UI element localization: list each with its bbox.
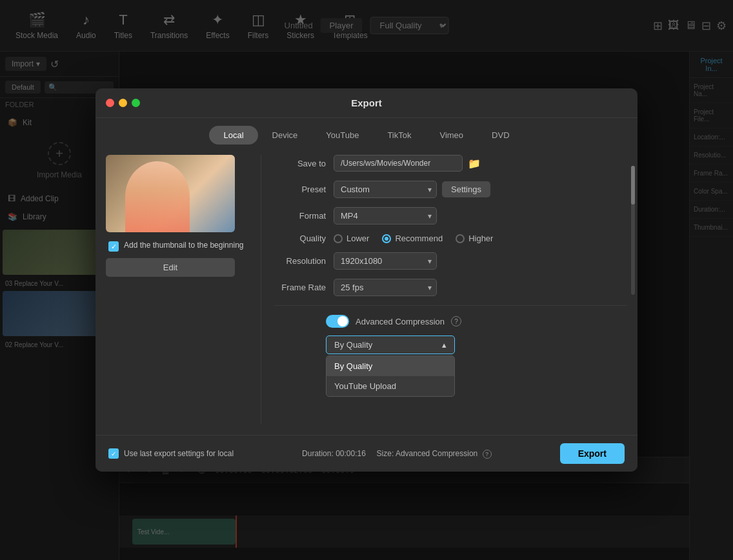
- tab-dvd[interactable]: DVD: [477, 126, 523, 145]
- last-settings-label: Use last export settings for local: [124, 449, 234, 458]
- modal-tabs: Local Device YouTube TikTok Vimeo DVD: [95, 118, 638, 145]
- frame-rate-value: 25 fps: [334, 279, 627, 296]
- footer-left: Use last export settings for local: [108, 448, 234, 459]
- preset-value: Custom Settings: [334, 181, 627, 198]
- quality-row: Quality Lower Recommend Higher: [274, 234, 627, 243]
- quality-lower-radio: [334, 234, 343, 243]
- tab-device[interactable]: Device: [258, 126, 312, 145]
- modal-scrollbar[interactable]: [631, 166, 635, 295]
- size-help-icon[interactable]: ?: [483, 450, 492, 459]
- footer-duration: Duration: 00:00:16 Size: Advanced Compre…: [302, 449, 492, 459]
- quality-lower[interactable]: Lower: [334, 234, 369, 243]
- modal-header: Export: [95, 88, 638, 118]
- frame-rate-select[interactable]: 25 fps: [334, 279, 437, 296]
- save-to-value: 📁: [334, 155, 627, 172]
- preview-thumbnail: [106, 155, 235, 232]
- compression-dropdown-wrapper: By Quality ▴ By Quality YouTube Upload: [274, 335, 627, 354]
- modal-body: Add the thumbnail to the beginning Edit …: [95, 145, 638, 435]
- compression-option-by-quality[interactable]: By Quality: [326, 356, 454, 376]
- window-controls: [106, 99, 140, 107]
- compression-dropdown-button[interactable]: By Quality ▴: [326, 335, 455, 354]
- quality-recommend[interactable]: Recommend: [382, 234, 443, 243]
- format-select[interactable]: MP4: [334, 207, 437, 225]
- toggle-knob: [337, 316, 348, 326]
- tab-tiktok[interactable]: TikTok: [373, 126, 425, 145]
- quality-higher-radio: [456, 234, 465, 243]
- thumbnail-checkbox-label: Add the thumbnail to the beginning: [124, 240, 243, 251]
- minimize-button[interactable]: [119, 99, 127, 107]
- tab-local[interactable]: Local: [209, 126, 257, 145]
- advanced-compression-help[interactable]: ?: [451, 316, 461, 326]
- quality-higher[interactable]: Higher: [456, 234, 493, 243]
- resolution-value: 1920x1080: [334, 252, 627, 270]
- thumbnail-checkbox[interactable]: [108, 241, 119, 252]
- modal-footer: Use last export settings for local Durat…: [95, 435, 638, 472]
- compression-option-youtube[interactable]: YouTube Upload: [326, 376, 454, 396]
- close-button[interactable]: [106, 99, 114, 107]
- preset-select[interactable]: Custom: [334, 181, 437, 198]
- thumbnail-checkbox-row: Add the thumbnail to the beginning: [106, 240, 248, 252]
- tab-youtube[interactable]: YouTube: [312, 126, 373, 145]
- save-path-input[interactable]: [334, 155, 463, 172]
- export-button[interactable]: Export: [560, 443, 625, 464]
- format-label: Format: [274, 211, 326, 221]
- quality-recommend-radio: [382, 234, 391, 243]
- advanced-compression-toggle[interactable]: [326, 315, 349, 328]
- tab-vimeo[interactable]: Vimeo: [425, 126, 477, 145]
- folder-browse-icon[interactable]: 📁: [468, 157, 481, 170]
- preview-person: [125, 161, 190, 232]
- format-value: MP4: [334, 207, 627, 225]
- export-settings: Save to 📁 Preset Custom: [274, 155, 627, 425]
- compression-chevron-icon: ▴: [442, 340, 447, 350]
- scroll-thumb: [631, 166, 635, 205]
- frame-rate-row: Frame Rate 25 fps: [274, 279, 627, 296]
- save-to-label: Save to: [274, 159, 326, 168]
- format-row: Format MP4: [274, 207, 627, 225]
- export-modal: Export Local Device YouTube TikTok Vimeo…: [95, 88, 638, 472]
- preset-select-wrapper: Custom: [334, 181, 437, 198]
- preset-row: Preset Custom Settings: [274, 181, 627, 198]
- quality-label: Quality: [274, 234, 326, 243]
- preset-label: Preset: [274, 185, 326, 194]
- quality-options: Lower Recommend Higher: [334, 234, 627, 243]
- vertical-divider: [261, 155, 261, 425]
- resolution-label: Resolution: [274, 256, 326, 266]
- resolution-row: Resolution 1920x1080: [274, 252, 627, 270]
- resolution-select-wrapper: 1920x1080: [334, 252, 437, 270]
- modal-title: Export: [351, 97, 382, 108]
- advanced-compression-row: Advanced Compression ?: [274, 315, 627, 328]
- settings-button[interactable]: Settings: [442, 181, 490, 197]
- save-to-row: Save to 📁: [274, 155, 627, 172]
- maximize-button[interactable]: [132, 99, 140, 107]
- frame-rate-label: Frame Rate: [274, 283, 326, 292]
- modal-overlay: Export Local Device YouTube TikTok Vimeo…: [0, 0, 733, 560]
- compression-dropdown-menu: By Quality YouTube Upload: [326, 355, 455, 397]
- advanced-compression-label: Advanced Compression: [356, 317, 445, 326]
- last-settings-checkbox[interactable]: [108, 448, 119, 459]
- settings-divider: [274, 305, 627, 306]
- resolution-select[interactable]: 1920x1080: [334, 252, 437, 270]
- frame-rate-select-wrapper: 25 fps: [334, 279, 437, 296]
- edit-button[interactable]: Edit: [106, 258, 235, 277]
- format-select-wrapper: MP4: [334, 207, 437, 225]
- export-preview: Add the thumbnail to the beginning Edit: [106, 155, 248, 425]
